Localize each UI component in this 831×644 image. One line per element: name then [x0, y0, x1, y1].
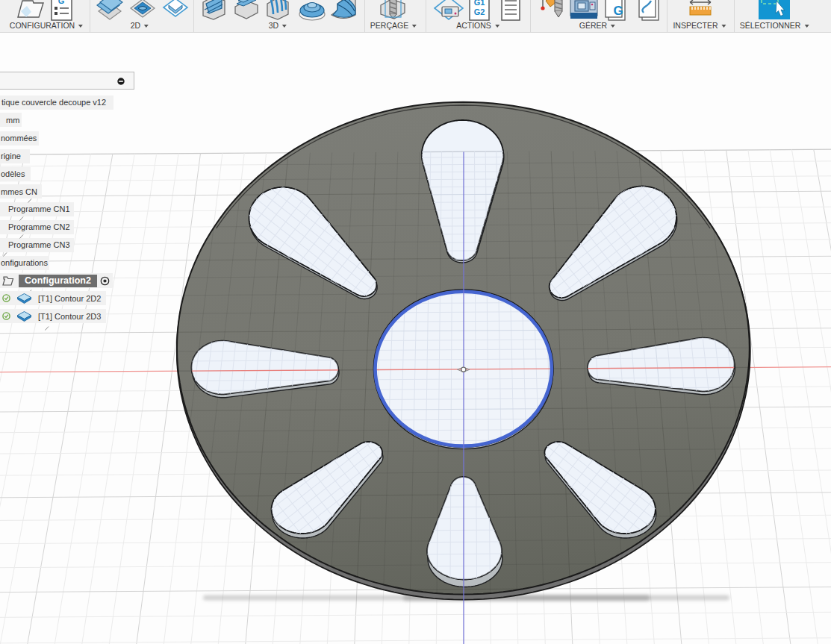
svg-text:G2: G2 — [474, 7, 485, 16]
svg-text:G: G — [613, 4, 623, 18]
svg-text:G1: G1 — [474, 0, 485, 7]
svg-text:G: G — [58, 0, 65, 5]
